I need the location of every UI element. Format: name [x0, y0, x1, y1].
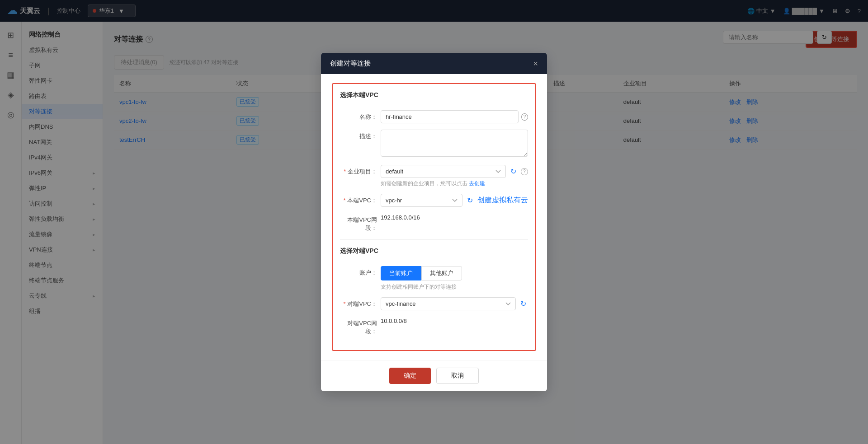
section-remote-title: 选择对端VPC [340, 247, 528, 259]
modal-header: 创建对等连接 × [321, 53, 547, 74]
modal-overlay: 创建对等连接 × 选择本端VPC 名称： ? 描述： [0, 0, 868, 444]
local-vpc-select[interactable]: vpc-hr [381, 194, 462, 207]
account-label: 账户： [340, 266, 381, 277]
local-vpc-label: 本端VPC： [340, 194, 381, 205]
local-cidr-label: 本端VPC网段： [340, 213, 381, 232]
form-row-desc: 描述： [340, 130, 528, 159]
remote-cidr-control: 10.0.0.0/8 [381, 317, 528, 325]
enterprise-control: default ↻ ? 如需创建新的企业项目，您可以点击 去创建 [381, 165, 528, 187]
enterprise-create-link[interactable]: 去创建 [469, 180, 485, 187]
desc-label: 描述： [340, 130, 381, 140]
form-row-enterprise: 企业项目： default ↻ ? 如需创建新的企业项目，您可以点击 去创建 [340, 165, 528, 187]
form-row-remote-cidr: 对端VPC网段： 10.0.0.0/8 [340, 317, 528, 336]
modal-form-section: 选择本端VPC 名称： ? 描述： [332, 83, 536, 351]
name-info-icon[interactable]: ? [521, 113, 528, 121]
local-cidr-value: 192.168.0.0/16 [381, 211, 420, 221]
create-vpc-link[interactable]: 创建虚拟私有云 [477, 196, 528, 205]
form-row-remote-vpc: 对端VPC： vpc-finance ↻ [340, 297, 528, 310]
remote-vpc-label: 对端VPC： [340, 297, 381, 308]
enterprise-refresh-button[interactable]: ↻ [509, 166, 518, 177]
name-control: ? [381, 110, 528, 123]
form-row-account: 账户： 当前账户 其他账户 支持创建相同账户下的对等连接 [340, 266, 528, 291]
cancel-button[interactable]: 取消 [436, 368, 479, 384]
remote-vpc-control: vpc-finance ↻ [381, 297, 528, 310]
other-account-button[interactable]: 其他账户 [421, 266, 462, 280]
create-peering-modal: 创建对等连接 × 选择本端VPC 名称： ? 描述： [321, 53, 547, 391]
name-label: 名称： [340, 110, 381, 121]
modal-close-button[interactable]: × [533, 60, 538, 68]
modal-body: 选择本端VPC 名称： ? 描述： [321, 74, 547, 360]
form-row-local-cidr: 本端VPC网段： 192.168.0.0/16 [340, 213, 528, 232]
local-cidr-control: 192.168.0.0/16 [381, 213, 528, 221]
name-input[interactable] [381, 110, 519, 123]
local-vpc-control: vpc-hr ↻ 创建虚拟私有云 [381, 194, 528, 207]
desc-control [381, 130, 528, 159]
form-row-name: 名称： ? [340, 110, 528, 123]
enterprise-label: 企业项目： [340, 165, 381, 176]
enterprise-hint: 如需创建新的企业项目，您可以点击 去创建 [381, 180, 528, 187]
account-toggle: 当前账户 其他账户 [381, 266, 528, 280]
enterprise-select[interactable]: default [381, 165, 506, 178]
remote-vpc-refresh-button[interactable]: ↻ [519, 299, 528, 309]
remote-cidr-label: 对端VPC网段： [340, 317, 381, 336]
modal-title: 创建对等连接 [330, 59, 371, 68]
remote-cidr-value: 10.0.0.0/8 [381, 315, 407, 324]
section-local-title: 选择本端VPC [340, 91, 528, 103]
account-support-text: 支持创建相同账户下的对等连接 [381, 283, 528, 291]
account-control: 当前账户 其他账户 支持创建相同账户下的对等连接 [381, 266, 528, 291]
desc-textarea[interactable] [381, 130, 528, 157]
local-vpc-refresh-button[interactable]: ↻ [465, 195, 475, 206]
current-account-button[interactable]: 当前账户 [381, 266, 421, 280]
enterprise-info-icon[interactable]: ? [521, 168, 528, 175]
confirm-button[interactable]: 确定 [389, 368, 431, 384]
form-row-local-vpc: 本端VPC： vpc-hr ↻ 创建虚拟私有云 [340, 194, 528, 207]
remote-vpc-select[interactable]: vpc-finance [381, 297, 516, 310]
modal-footer: 确定 取消 [321, 360, 547, 391]
remote-vpc-section: 选择对端VPC 账户： 当前账户 其他账户 支持创建相同账户下的对等连接 对端 [340, 239, 528, 336]
